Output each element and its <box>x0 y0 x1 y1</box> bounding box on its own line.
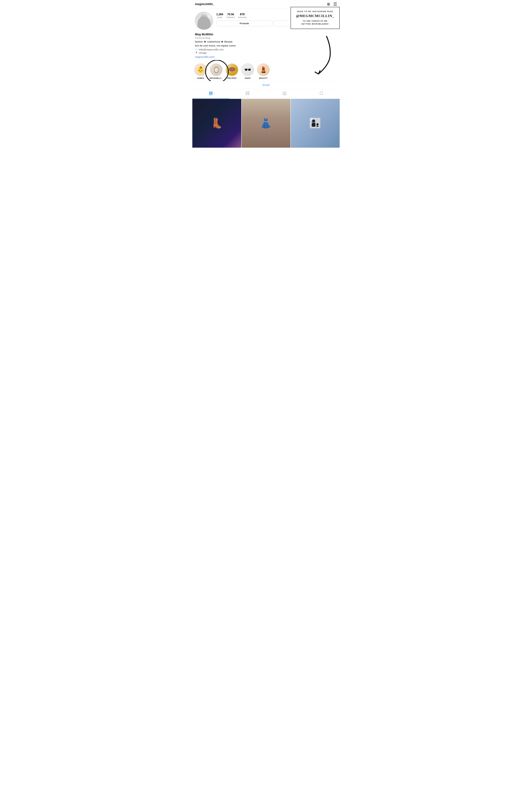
photo-cell-shoes[interactable] <box>192 99 241 148</box>
bio-tags: fashion ✖ motherhood ✖ lifestyle <box>195 40 337 43</box>
photo-cell-mom[interactable] <box>291 99 340 148</box>
grid-icon <box>209 92 213 96</box>
svg-rect-4 <box>211 93 212 94</box>
email-value: hello@megmcmillin.com <box>199 48 224 51</box>
topbar-icons: ⊕ ☰ <box>327 2 337 7</box>
following-stat: 879 following <box>238 13 247 19</box>
person-icon <box>283 92 286 96</box>
svg-rect-7 <box>211 95 212 95</box>
bio-line: let's be cool moms, not regular moms. <box>195 44 337 48</box>
menu-icon[interactable]: ☰ <box>333 2 337 7</box>
svg-rect-11 <box>247 93 249 93</box>
svg-point-16 <box>284 92 285 94</box>
email-section: Email <box>192 81 340 89</box>
svg-rect-13 <box>247 94 249 95</box>
story-item-microbla[interactable]: 🪞 MICROBLA... <box>210 63 223 79</box>
popup-box: HEAD TO MY INSTAGRAM PAGE @MEGMCMCILLIN_… <box>290 7 340 29</box>
tab-tagged[interactable] <box>266 89 303 99</box>
svg-rect-3 <box>209 93 210 94</box>
popup-handle: @MEGMCMCILLIN_ <box>295 14 336 18</box>
story-label-microbla: MICROBLA... <box>210 77 223 79</box>
location-value: chicago <box>199 52 207 54</box>
story-circle-james: 👶 <box>194 63 207 76</box>
svg-rect-8 <box>212 95 213 95</box>
tab-saved[interactable] <box>303 89 340 99</box>
story-circle-shop: 🕶️ <box>241 63 254 76</box>
photo-grid <box>192 99 340 148</box>
svg-rect-0 <box>209 92 210 93</box>
tab-grid[interactable] <box>192 89 229 99</box>
svg-rect-6 <box>209 95 210 95</box>
avatar <box>195 12 213 30</box>
topbar-username: megmcmillin_ <box>195 2 215 6</box>
email-icon: ✉️ <box>195 48 198 51</box>
followers-stat: 70.5k followers <box>227 13 235 19</box>
svg-rect-9 <box>247 92 249 92</box>
bookmark-icon <box>320 92 323 96</box>
profile-category: Personal Blog <box>195 37 337 39</box>
tab-bar <box>192 89 340 99</box>
photo-cell-fashion[interactable] <box>242 99 290 148</box>
story-label-recipes: RECIPES <box>227 77 236 79</box>
svg-rect-2 <box>212 92 213 93</box>
location-icon: 📍 <box>195 52 198 54</box>
svg-rect-10 <box>246 92 247 93</box>
promote-button[interactable]: Promote <box>216 21 272 26</box>
profile-info: Meg McMillin Personal Blog fashion ✖ mot… <box>192 32 340 60</box>
location-contact: 📍 chicago <box>195 52 337 54</box>
popup-head: HEAD TO MY INSTAGRAM PAGE <box>295 11 336 13</box>
profile-header: 1,284 posts 70.5k followers 879 followin… <box>192 8 340 32</box>
story-item-beauty[interactable]: 💄 BEAUTY <box>257 63 270 79</box>
bio-tags-text: fashion ✖ motherhood ✖ lifestyle <box>195 40 232 43</box>
svg-rect-5 <box>212 93 213 94</box>
story-label-james: JAMES <box>197 77 204 79</box>
popup-sub: TO SEE VIDEOS OF MEGETTING MICROBLADED! <box>295 20 336 25</box>
svg-rect-14 <box>246 94 247 95</box>
posts-stat: 1,284 posts <box>216 13 223 19</box>
email-contact: ✉️ hello@megmcmillin.com <box>195 48 337 51</box>
story-circle-recipes: 🍩 <box>226 63 238 76</box>
story-circle-microbla: 🪞 <box>210 63 223 76</box>
svg-rect-12 <box>246 93 247 94</box>
svg-rect-1 <box>211 92 212 93</box>
website-row: megmcmillin.com/ <box>195 55 337 60</box>
website-link[interactable]: megmcmillin.com/ <box>195 56 215 58</box>
tab-list[interactable] <box>229 89 266 99</box>
profile-name: Meg McMillin <box>195 33 337 36</box>
list-icon <box>246 92 249 96</box>
plus-square-icon[interactable]: ⊕ <box>327 2 330 7</box>
story-label-beauty: BEAUTY <box>259 77 268 79</box>
story-circle-beauty: 💄 <box>257 63 270 76</box>
story-label-shop: SHOP <box>245 77 251 79</box>
story-item-james[interactable]: 👶 JAMES <box>194 63 207 79</box>
story-item-shop[interactable]: 🕶️ SHOP <box>241 63 254 79</box>
story-item-recipes[interactable]: 🍩 RECIPES <box>225 63 239 79</box>
stories-row: 👶 JAMES 🪞 MICROBLA... 🍩 RECIPES 🕶️ SHOP … <box>192 60 340 81</box>
email-button[interactable]: Email <box>263 83 270 87</box>
